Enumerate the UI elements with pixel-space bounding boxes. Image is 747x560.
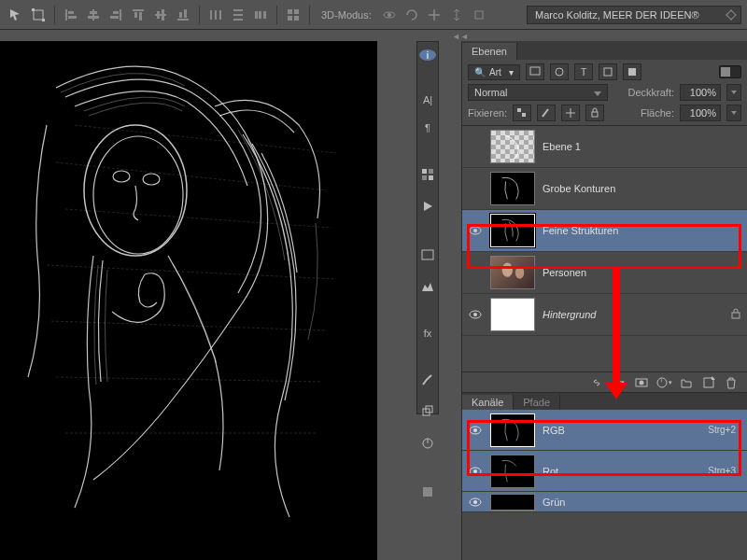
swatches-panel-icon[interactable] xyxy=(419,167,436,182)
align-top-icon[interactable] xyxy=(128,5,148,25)
lock-all-icon[interactable] xyxy=(585,105,604,121)
layer-filter-kind[interactable]: 🔍 Art ▾ xyxy=(468,64,520,80)
svg-rect-46 xyxy=(422,250,433,259)
svg-rect-8 xyxy=(88,16,99,19)
3d-slide-icon[interactable] xyxy=(446,5,467,25)
svg-point-52 xyxy=(556,68,563,76)
opacity-dropdown[interactable] xyxy=(726,84,741,101)
clone-panel-icon[interactable] xyxy=(419,404,436,419)
filter-shape-icon[interactable] xyxy=(599,63,617,80)
layer-row[interactable]: Grobe Konturen xyxy=(462,168,747,210)
channel-thumbnail[interactable] xyxy=(490,413,535,447)
layer-name[interactable]: Ebene 1 xyxy=(543,141,581,152)
filter-smart-icon[interactable] xyxy=(623,63,641,80)
layer-thumbnail[interactable] xyxy=(490,256,535,289)
group-icon[interactable] xyxy=(678,375,695,390)
fill-field[interactable]: 100% xyxy=(680,105,721,121)
lock-pixels-icon[interactable] xyxy=(537,105,556,121)
layer-thumbnail[interactable] xyxy=(490,172,535,205)
delete-layer-icon[interactable] xyxy=(723,375,740,390)
layer-row[interactable]: Personen xyxy=(462,252,747,294)
align-right-icon[interactable] xyxy=(106,5,126,25)
lock-position-icon[interactable] xyxy=(561,105,580,121)
layer-list: Ebene 1 Grobe Konturen Feine Strukturen … xyxy=(462,126,747,336)
layer-name[interactable]: Grobe Konturen xyxy=(543,183,615,194)
layer-row-selected[interactable]: Feine Strukturen xyxy=(462,210,747,252)
layer-row[interactable]: Ebene 1 xyxy=(462,126,747,168)
opacity-field[interactable]: 100% xyxy=(680,84,721,101)
styles-panel-icon[interactable]: fx xyxy=(419,328,436,339)
svg-rect-26 xyxy=(233,19,243,21)
layer-name[interactable]: Hintergrund xyxy=(543,309,596,320)
svg-rect-12 xyxy=(133,9,144,11)
visibility-toggle[interactable] xyxy=(468,497,483,507)
play-panel-icon[interactable] xyxy=(419,199,436,214)
histogram-panel-icon[interactable] xyxy=(419,279,436,294)
layer-name[interactable]: Personen xyxy=(543,267,586,278)
document-canvas[interactable] xyxy=(0,41,377,560)
visibility-toggle[interactable] xyxy=(468,426,483,435)
3d-pan-icon[interactable] xyxy=(424,5,444,25)
adjustment-layer-icon[interactable]: ▾ xyxy=(655,375,672,390)
transform-icon[interactable] xyxy=(28,5,49,25)
channel-row[interactable]: RGB Strg+2 xyxy=(462,410,747,451)
distribute-h-icon[interactable] xyxy=(205,5,226,25)
svg-point-35 xyxy=(388,13,391,17)
svg-rect-17 xyxy=(162,9,164,21)
visibility-toggle[interactable] xyxy=(468,310,483,319)
blend-mode-select[interactable]: Normal xyxy=(468,84,608,101)
character-panel-icon[interactable]: A| xyxy=(419,94,436,105)
info-panel-icon[interactable]: i xyxy=(419,49,436,61)
svg-rect-42 xyxy=(422,169,427,174)
align-center-h-icon[interactable] xyxy=(83,5,104,25)
channel-name: Grün xyxy=(543,497,565,508)
svg-rect-31 xyxy=(294,9,299,14)
visibility-toggle[interactable] xyxy=(468,226,483,235)
distribute-v-icon[interactable] xyxy=(228,5,248,25)
layer-thumbnail[interactable] xyxy=(490,298,535,331)
adjustments-panel-icon[interactable] xyxy=(419,436,436,451)
layer-thumbnail[interactable] xyxy=(490,214,535,247)
visibility-toggle[interactable] xyxy=(468,467,483,476)
3d-orbit-icon[interactable] xyxy=(379,5,400,25)
svg-rect-6 xyxy=(92,9,94,21)
filter-type-icon[interactable]: T xyxy=(574,63,593,80)
lock-icon xyxy=(730,308,741,321)
3d-rotate-icon[interactable] xyxy=(402,5,422,25)
3d-scale-icon[interactable] xyxy=(469,5,489,25)
fill-dropdown[interactable] xyxy=(726,105,741,121)
move-tool-icon[interactable] xyxy=(6,5,26,25)
color-panel-icon[interactable] xyxy=(419,484,436,499)
lock-transparency-icon[interactable] xyxy=(513,105,531,121)
layer-name[interactable]: Feine Strukturen xyxy=(543,225,618,236)
svg-rect-10 xyxy=(113,11,119,14)
filter-adjustment-icon[interactable] xyxy=(550,63,569,80)
layer-row[interactable]: Hintergrund xyxy=(462,294,747,336)
auto-align-icon[interactable] xyxy=(283,5,303,25)
svg-rect-24 xyxy=(233,9,243,11)
navigator-panel-icon[interactable] xyxy=(419,247,436,262)
new-layer-icon[interactable] xyxy=(700,375,717,390)
distribute-icon-3[interactable] xyxy=(250,5,271,25)
channel-thumbnail[interactable] xyxy=(490,494,535,511)
link-layers-icon[interactable] xyxy=(588,375,605,390)
channel-row[interactable]: Rot Strg+3 xyxy=(462,451,747,492)
paths-tab[interactable]: Pfade xyxy=(514,395,560,410)
collapse-icon[interactable]: ◄◄ xyxy=(452,32,469,41)
layers-tab[interactable]: Ebenen xyxy=(462,43,517,60)
channel-row[interactable]: Grün xyxy=(462,492,747,512)
filter-toggle[interactable] xyxy=(719,65,741,78)
svg-point-63 xyxy=(473,313,477,316)
filter-pixel-icon[interactable] xyxy=(526,63,544,80)
svg-rect-57 xyxy=(592,112,598,117)
align-bottom-icon[interactable] xyxy=(173,5,193,25)
layer-mask-icon[interactable] xyxy=(633,375,650,390)
brush-panel-icon[interactable] xyxy=(419,372,436,387)
paragraph-panel-icon[interactable]: ¶ xyxy=(419,122,436,133)
align-center-v-icon[interactable] xyxy=(150,5,171,25)
layer-thumbnail[interactable] xyxy=(490,130,535,163)
workspace-selector[interactable]: Marco Kolditz, MEER DER IDEEN® xyxy=(527,6,741,24)
channel-thumbnail[interactable] xyxy=(490,455,535,488)
channels-tab[interactable]: Kanäle xyxy=(462,395,514,410)
align-left-icon[interactable] xyxy=(61,5,81,25)
